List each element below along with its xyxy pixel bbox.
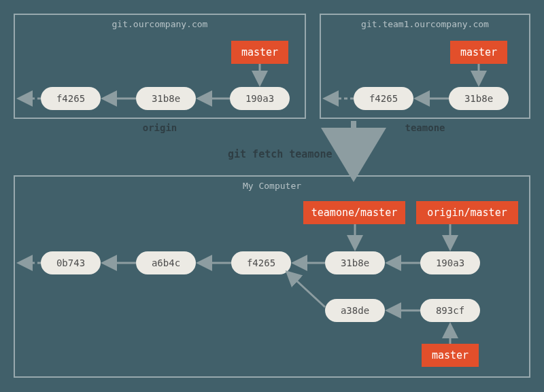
local-commit-893cf: 893cf xyxy=(420,299,480,322)
origin-commit-31b8e: 31b8e xyxy=(136,87,196,110)
local-title: My Computer xyxy=(15,181,529,191)
teamone-host: git.team1.ourcompany.com xyxy=(321,19,529,29)
origin-commit-190a3: 190a3 xyxy=(230,87,290,110)
local-commit-a38de: a38de xyxy=(325,299,385,322)
local-commit-f4265: f4265 xyxy=(231,251,291,274)
teamone-branch-master: master xyxy=(450,41,507,64)
teamone-commit-31b8e: 31b8e xyxy=(449,87,509,110)
origin-branch-master: master xyxy=(231,41,288,64)
origin-label: origin xyxy=(14,122,306,133)
teamone-label: teamone xyxy=(320,122,530,133)
local-commit-31b8e: 31b8e xyxy=(325,251,385,274)
command-text: git fetch teamone xyxy=(228,148,333,160)
local-branch-master: master xyxy=(422,344,479,367)
origin-host: git.ourcompany.com xyxy=(15,19,305,29)
local-branch-origin-master: origin/master xyxy=(416,201,518,224)
local-branch-teamone-master: teamone/master xyxy=(303,201,405,224)
origin-commit-f4265: f4265 xyxy=(41,87,101,110)
local-commit-190a3: 190a3 xyxy=(420,251,480,274)
local-commit-a6b4c: a6b4c xyxy=(136,251,196,274)
local-commit-0b743: 0b743 xyxy=(41,251,101,274)
teamone-commit-f4265: f4265 xyxy=(354,87,413,110)
